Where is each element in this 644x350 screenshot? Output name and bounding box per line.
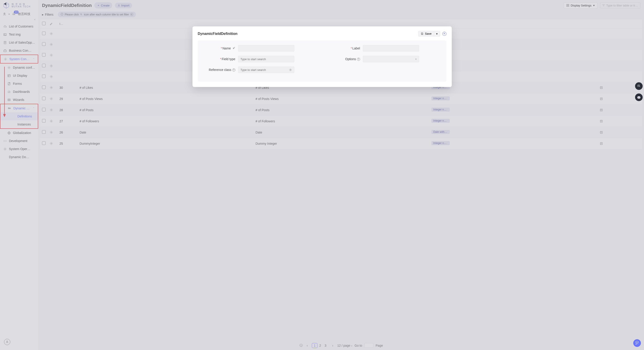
label-fieldtype: *Field type — [204, 57, 236, 61]
input-fieldtype[interactable] — [238, 56, 294, 62]
chat-button[interactable] — [633, 339, 641, 347]
help-icon[interactable]: ? — [232, 69, 236, 72]
svg-point-67 — [6, 341, 8, 342]
label-options: Options? — [329, 57, 360, 61]
input-label[interactable] — [363, 45, 419, 52]
save-button[interactable]: Save — [418, 31, 434, 37]
svg-point-64 — [636, 343, 637, 343]
gear-icon[interactable] — [289, 69, 292, 71]
svg-point-60 — [290, 69, 290, 70]
help-icon[interactable]: ? — [357, 58, 360, 61]
input-name[interactable] — [238, 45, 294, 52]
svg-point-63 — [639, 97, 640, 98]
save-icon — [421, 32, 424, 35]
svg-point-62 — [638, 97, 639, 98]
label-label: *Label — [329, 47, 360, 50]
svg-point-65 — [637, 343, 637, 343]
save-dropdown[interactable]: ▼ — [434, 31, 440, 37]
translate-button[interactable] — [635, 82, 643, 90]
key-icon — [232, 47, 236, 50]
modal-title: DynamicFieldDefinition — [198, 32, 238, 36]
avatar-button[interactable] — [4, 339, 10, 345]
create-modal: DynamicFieldDefinition Save ▼ ✕ *Name — [192, 26, 452, 87]
svg-point-66 — [638, 343, 638, 343]
label-name: *Name — [204, 47, 236, 50]
input-refclass[interactable] — [238, 66, 294, 73]
select-options[interactable]: ▾ — [363, 56, 419, 62]
svg-point-59 — [233, 48, 234, 49]
form-panel: *Name *Label *Field type Options? ▾ — [198, 41, 446, 82]
svg-rect-61 — [637, 96, 640, 99]
label-refclass: Reference class? — [204, 68, 236, 72]
modal-overlay: DynamicFieldDefinition Save ▼ ✕ *Name — [0, 0, 644, 350]
bot-button[interactable] — [635, 94, 643, 101]
close-modal-icon[interactable]: ✕ — [442, 32, 446, 36]
